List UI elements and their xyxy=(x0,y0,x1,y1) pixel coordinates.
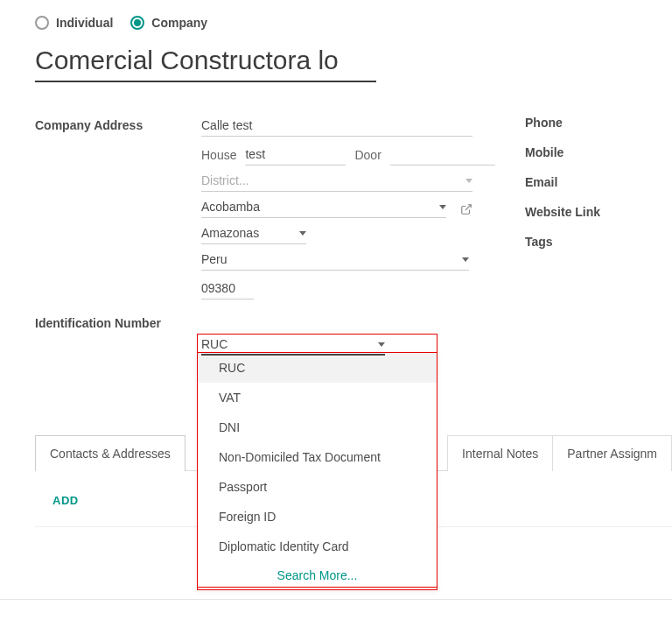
caret-down-icon xyxy=(466,179,472,183)
door-input[interactable] xyxy=(390,144,495,166)
svg-line-0 xyxy=(466,204,471,209)
dropdown-option[interactable]: Non-Domiciled Tax Document xyxy=(198,442,437,472)
region-select[interactable]: Amazonas xyxy=(201,226,306,244)
caret-down-icon xyxy=(439,205,446,209)
radio-label: Company xyxy=(151,16,207,30)
divider xyxy=(0,599,672,600)
radio-company[interactable]: Company xyxy=(130,16,207,30)
radio-icon xyxy=(130,16,144,30)
radio-individual[interactable]: Individual xyxy=(35,16,113,30)
country-select[interactable]: Peru xyxy=(201,252,469,271)
dropdown-option[interactable]: Foreign ID xyxy=(198,502,437,532)
caret-down-icon xyxy=(462,257,469,262)
label-mobile: Mobile xyxy=(525,145,600,159)
label-email: Email xyxy=(525,175,600,189)
dropdown-option[interactable]: Passport xyxy=(198,472,437,502)
dropdown-option[interactable]: DNI xyxy=(198,412,437,442)
region-value: Amazonas xyxy=(201,226,290,240)
label-website: Website Link xyxy=(525,205,600,219)
dropdown-search-more[interactable]: Search More... xyxy=(198,561,437,588)
country-value: Peru xyxy=(201,252,453,266)
tab-partner-assignment[interactable]: Partner Assignm xyxy=(553,435,672,471)
id-type-value: RUC xyxy=(201,337,228,351)
label-tags: Tags xyxy=(525,235,600,249)
dropdown-option[interactable]: Diplomatic Identity Card xyxy=(198,532,437,561)
house-label: House xyxy=(201,148,236,162)
caret-down-icon xyxy=(378,342,385,347)
district-select[interactable]: District... xyxy=(201,173,472,192)
zip-input[interactable] xyxy=(201,278,254,299)
dropdown-option[interactable]: VAT xyxy=(198,383,437,412)
tab-contacts-addresses[interactable]: Contacts & Addresses xyxy=(35,435,186,471)
district-placeholder: District... xyxy=(201,173,457,187)
label-phone: Phone xyxy=(525,116,600,130)
door-label: Door xyxy=(354,148,381,162)
dropdown-option[interactable]: RUC xyxy=(198,353,437,383)
company-name-input[interactable] xyxy=(35,42,376,82)
radio-label: Individual xyxy=(56,16,113,30)
street-input[interactable] xyxy=(201,116,472,137)
tab-internal-notes[interactable]: Internal Notes xyxy=(447,435,553,471)
city-value: Acobamba xyxy=(201,200,439,214)
id-type-dropdown: RUC VAT DNI Non-Domiciled Tax Document P… xyxy=(197,352,438,590)
radio-icon xyxy=(35,16,49,30)
label-company-address: Company Address xyxy=(35,118,201,132)
partner-type-radios: Individual Company xyxy=(35,16,672,30)
label-identification-number: Identification Number xyxy=(35,316,201,330)
caret-down-icon xyxy=(299,231,306,236)
house-input[interactable] xyxy=(245,144,346,166)
external-link-icon[interactable] xyxy=(460,203,472,215)
city-select[interactable]: Acobamba xyxy=(201,200,446,218)
id-type-select[interactable]: RUC xyxy=(201,337,385,356)
add-contact-button[interactable]: ADD xyxy=(52,494,79,507)
